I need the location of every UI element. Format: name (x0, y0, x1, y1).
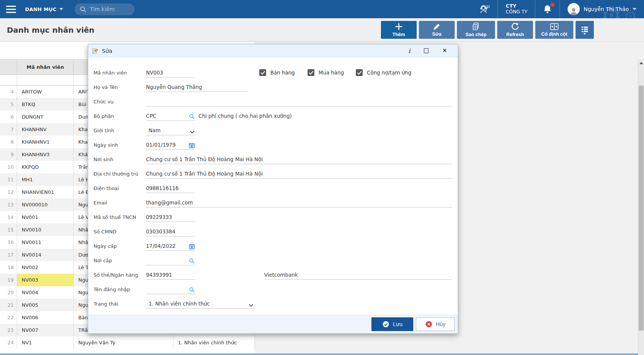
refresh-button[interactable]: Refresh (497, 21, 533, 39)
employee-code-cell[interactable]: NV000010 (17, 198, 74, 211)
field-label: Email (94, 200, 146, 206)
field-input-select[interactable]: 1. Nhân viên chính thức (146, 299, 254, 309)
calendar-icon[interactable] (189, 143, 195, 148)
grid-options-button[interactable] (576, 21, 594, 39)
column-header-employee-code[interactable]: Mã nhân viên (17, 60, 74, 74)
calendar-icon[interactable] (189, 244, 195, 249)
row-number-header[interactable] (0, 60, 17, 74)
checkbox-1[interactable]: Bán hàng (259, 69, 295, 76)
list-menu-icon (581, 25, 589, 35)
add-button[interactable]: Thêm (381, 21, 417, 39)
field-input-date[interactable]: 17/04/2022 (146, 241, 195, 251)
support-button[interactable] (471, 0, 498, 18)
app-window: DANH MỤC Tìm kiếm ⚙ ⚙ (0, 0, 644, 355)
employee-code-cell[interactable]: KKPQD (17, 161, 74, 173)
field-input-lookup[interactable]: CPC (146, 111, 195, 121)
checkbox-3[interactable]: Công nợ/tạm ứng (356, 69, 411, 76)
field-input-text[interactable]: Chung cư số 1 Trần Thủ Độ Hoàng Mai Hà N… (146, 169, 452, 179)
field-input-text[interactable]: 0988116116 (146, 184, 195, 193)
employee-code-cell[interactable]: NV0010 (17, 223, 74, 236)
freeze-columns-button[interactable]: Cố định cột (535, 21, 573, 39)
field-value: Vietcombank (264, 272, 298, 278)
field-input-text[interactable]: Nguyễn Quang Thắng (146, 82, 248, 92)
copy-button[interactable]: Sao chép (457, 21, 495, 39)
employee-code-cell[interactable]: NV0011 (17, 236, 74, 249)
employee-code-cell[interactable]: NV007 (17, 324, 74, 336)
filter-input-employee-code[interactable] (17, 75, 74, 85)
lookup-search-icon[interactable] (189, 287, 195, 293)
table-row[interactable]: 24NV1Nguyễn Văn Tý1. Nhân viên chính thứ… (0, 336, 255, 349)
horizontal-scrollbar[interactable] (0, 353, 638, 355)
employee-code-cell[interactable]: NHANVIEN01 (17, 186, 74, 198)
employee-code-cell[interactable]: NV006 (17, 311, 74, 324)
edit-button[interactable]: Sửa (419, 21, 455, 39)
company-switcher[interactable]: CTY CÔNG TY (498, 0, 535, 18)
employee-code-cell[interactable]: NV1 (17, 336, 74, 349)
employee-code-cell[interactable]: KHANHNV1 (17, 136, 74, 148)
checkbox-2[interactable]: Mua hàng (308, 69, 344, 76)
hamburger-menu-icon[interactable] (0, 0, 20, 18)
chevron-down-icon (633, 8, 636, 10)
field-input-lookup[interactable] (146, 256, 195, 265)
field-input-lookup[interactable] (146, 285, 195, 294)
row-number-cell: 19 (0, 274, 17, 286)
maximize-icon[interactable] (424, 48, 428, 53)
employee-code-cell[interactable]: MH1 (17, 173, 74, 186)
employee-code-cell[interactable]: NV001 (17, 211, 74, 223)
scrollbar-thumb[interactable] (639, 86, 644, 331)
lookup-search-icon[interactable] (189, 258, 195, 264)
field-label: Mã số thuế TNCN (94, 214, 146, 220)
field-label: Ngày cấp (94, 243, 146, 249)
chevron-down-icon[interactable] (190, 130, 195, 134)
field-input-text[interactable]: 09229333 (146, 212, 195, 222)
field-input-text[interactable]: 030303384 (146, 227, 195, 236)
field-input-select[interactable]: Nam (146, 126, 195, 135)
field-input-text[interactable]: thang@gmail.com (146, 198, 452, 208)
field-input-text[interactable] (146, 97, 452, 106)
field-input-text[interactable]: NV003 (146, 68, 195, 78)
notifications-button[interactable] (535, 0, 560, 18)
form-row: Nơi cấp (94, 253, 452, 268)
form-row: Địa chỉ thường trúChung cư số 1 Trần Thủ… (94, 166, 452, 181)
employee-code-cell[interactable]: NV0014 (17, 249, 74, 261)
employee-code-cell[interactable]: KHANHNV3 (17, 148, 74, 161)
employee-code-cell[interactable]: NV004 (17, 286, 74, 299)
vertical-scrollbar[interactable] (638, 60, 644, 355)
field-label: Nơi sinh (94, 157, 146, 162)
field-input-text[interactable]: Chung cư số 1 Trần Thủ Độ Hoàng Mai Hà N… (146, 155, 452, 164)
form-row: Điện thoại0988116116 (94, 181, 452, 195)
close-icon[interactable]: ✕ (442, 48, 447, 54)
field-input-secondary[interactable]: Vietcombank (264, 270, 452, 280)
field-value: CPC (146, 113, 156, 119)
row-number-cell: 12 (0, 186, 17, 198)
dialog-footer: Lưu Hủy (88, 315, 458, 333)
employee-code-cell[interactable]: NV002 (17, 261, 74, 274)
checkbox-label: Mua hàng (319, 70, 344, 76)
employee-code-cell-selected[interactable]: NV003 (17, 274, 74, 286)
employee-code-cell[interactable]: ARITOW (17, 86, 74, 98)
user-menu[interactable]: Nguyễn Thị Thảo (560, 0, 644, 18)
checkbox-box[interactable] (356, 69, 363, 76)
chevron-down-icon[interactable] (249, 304, 254, 307)
global-search-input[interactable]: Tìm kiếm (75, 3, 135, 15)
employee-status-cell[interactable]: 1. Nhân viên chính thức (173, 336, 255, 349)
employee-code-cell[interactable]: KHANHNV (17, 123, 74, 136)
main-menu-button[interactable]: DANH MỤC (20, 6, 70, 12)
checkbox-box[interactable] (259, 69, 266, 76)
row-number-cell: 24 (0, 336, 17, 349)
field-input-text[interactable]: 94393991 (146, 270, 195, 280)
save-button[interactable]: Lưu (371, 317, 413, 331)
lookup-search-icon[interactable] (189, 114, 195, 119)
employee-code-cell[interactable]: DUNGNT (17, 111, 74, 123)
info-icon[interactable]: i (408, 47, 410, 54)
employee-code-cell[interactable]: NV005 (17, 299, 74, 311)
field-input-date[interactable]: 01/01/1979 (146, 140, 195, 150)
employee-name-cell[interactable]: Nguyễn Văn Tý (74, 336, 173, 349)
field-value: 17/04/2022 (146, 243, 176, 249)
copy-icon (472, 22, 480, 31)
employee-code-cell[interactable]: BTKQ (17, 98, 74, 111)
checkbox-box[interactable] (308, 69, 314, 76)
field-label: Mã nhân viên (94, 70, 146, 76)
scroll-up-arrow-icon[interactable] (639, 62, 643, 64)
cancel-button[interactable]: Hủy (416, 317, 455, 331)
